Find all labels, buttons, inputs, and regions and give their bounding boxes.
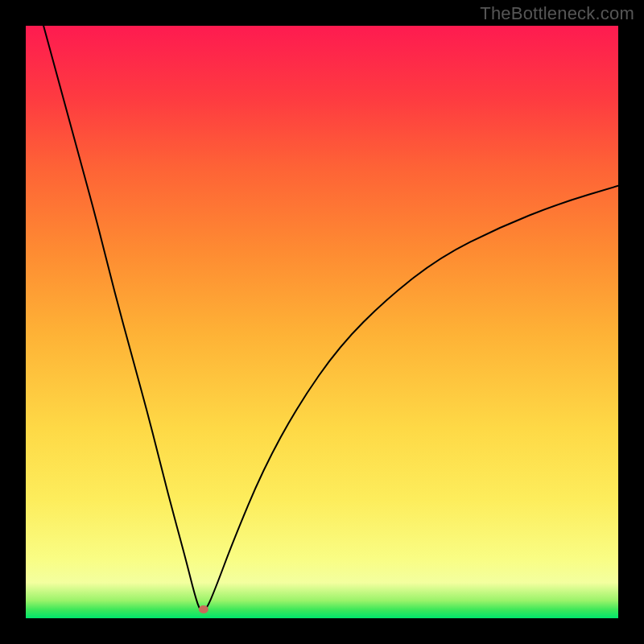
optimum-marker: [199, 605, 208, 613]
watermark-text: TheBottleneck.com: [480, 3, 634, 24]
bottleneck-curve: [26, 26, 618, 618]
chart-frame: TheBottleneck.com: [0, 0, 644, 644]
plot-area: [26, 26, 618, 618]
